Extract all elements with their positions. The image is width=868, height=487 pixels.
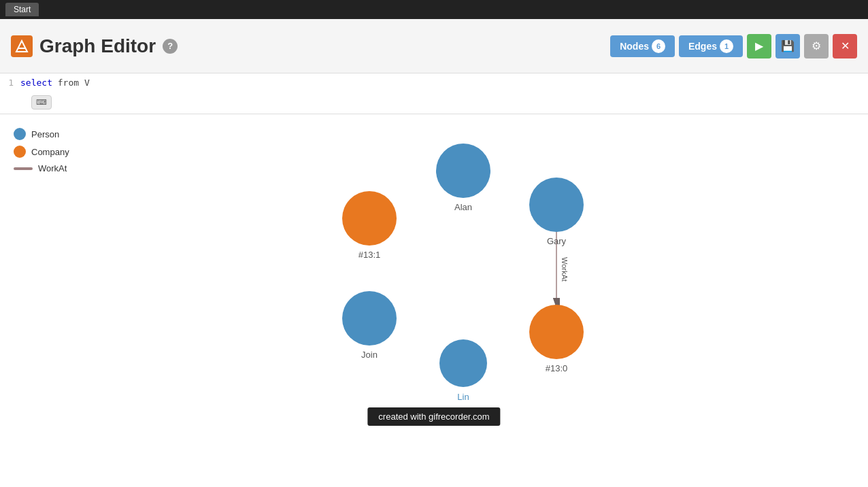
node-gary-label: Gary <box>547 236 567 246</box>
nodes-button[interactable]: Nodes 6 <box>610 35 675 57</box>
graph-svg: WorkAt Alan Gary #13:1 Join #13:0 Lin <box>0 114 868 487</box>
header-left: Graph Editor ? <box>11 35 178 57</box>
save-button[interactable]: 💾 <box>775 34 800 58</box>
node-join-label: Join <box>361 350 378 360</box>
editor-area: 1 select from V ⌨ <box>0 73 868 114</box>
help-button[interactable]: ? <box>163 39 178 54</box>
code-line: 1 select from V <box>0 76 868 89</box>
node-13-1[interactable] <box>342 191 397 246</box>
keyboard-button[interactable]: ⌨ <box>31 95 52 110</box>
node-alan-label: Alan <box>454 202 472 212</box>
graph-area: Person Company WorkAt WorkAt <box>0 114 868 487</box>
node-alan[interactable] <box>436 144 490 198</box>
code-content[interactable]: select from V <box>20 78 90 88</box>
edge-workat-label: WorkAt <box>561 257 569 282</box>
node-13-1-label: #13:1 <box>358 250 381 260</box>
edges-button[interactable]: Edges 1 <box>679 35 743 57</box>
app-icon <box>11 35 33 57</box>
settings-button[interactable]: ⚙ <box>804 34 829 58</box>
page-title: Graph Editor <box>39 35 156 57</box>
keyword-select: select <box>20 78 52 88</box>
start-tab[interactable]: Start <box>5 3 39 16</box>
node-13-0-label: #13:0 <box>546 363 568 373</box>
svg-marker-0 <box>16 41 27 52</box>
top-bar: Start <box>0 0 868 19</box>
node-lin[interactable] <box>439 339 487 387</box>
code-from: from V <box>58 78 90 88</box>
node-gary[interactable] <box>529 178 584 232</box>
header: Graph Editor ? Nodes 6 Edges 1 ▶ 💾 ⚙ ✕ <box>0 19 868 73</box>
edges-count: 1 <box>720 39 733 53</box>
node-join[interactable] <box>342 291 397 346</box>
edges-label: Edges <box>688 41 717 52</box>
nodes-label: Nodes <box>620 41 649 52</box>
header-right: Nodes 6 Edges 1 ▶ 💾 ⚙ ✕ <box>610 34 857 58</box>
node-13-0[interactable] <box>529 305 584 359</box>
close-button[interactable]: ✕ <box>833 34 857 58</box>
app-icon-svg <box>15 39 29 53</box>
line-number: 1 <box>0 78 20 88</box>
node-lin-label: Lin <box>457 392 469 402</box>
nodes-count: 6 <box>652 39 665 53</box>
play-button[interactable]: ▶ <box>747 34 771 58</box>
